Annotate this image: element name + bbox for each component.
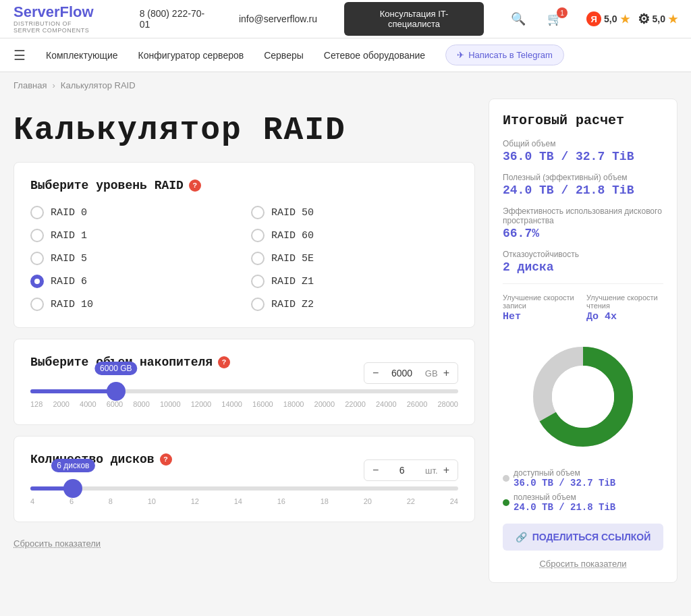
read-speed-label: Улучшение скорости чтения	[586, 293, 663, 310]
efficiency-item: Эффективность использования дискового пр…	[503, 206, 663, 240]
breadcrumb-separator: ›	[52, 80, 55, 90]
disk-count-track: 6 дисков	[30, 486, 458, 491]
ratings: Я 5,0 ★ ⚙ 5,0 ★	[586, 11, 678, 27]
logo-text: ServerFlow	[13, 4, 94, 20]
nav-servers[interactable]: Серверы	[264, 50, 304, 61]
radio-raid6[interactable]	[30, 275, 44, 288]
efficiency-value: 66.7%	[503, 227, 663, 240]
google-star: ★	[668, 13, 678, 26]
raid-option-raid10[interactable]: RAID 10	[30, 298, 238, 311]
raid-option-raidz2[interactable]: RAID Z2	[251, 298, 458, 311]
disk-count-value: 6	[384, 465, 420, 476]
disk-size-thumb[interactable]: 6000 GB	[107, 382, 126, 401]
phone-number: 8 (800) 222-70-01	[140, 8, 212, 30]
disk-size-controls: − 6000 GB + 6000 GB 128 2000 4	[30, 389, 458, 408]
share-icon: 🔗	[516, 532, 527, 542]
disk-count-input-group: − 6 шт. +	[364, 459, 458, 481]
raid-option-raid50[interactable]: RAID 50	[251, 206, 458, 219]
disk-count-card: Количество дисков ? − 6 шт. + 6 дисков	[13, 436, 475, 522]
navigation: ☰ Комплектующие Конфигуратор серверов Се…	[0, 38, 691, 72]
disk-size-input-group: − 6000 GB +	[364, 362, 458, 384]
disk-size-increment[interactable]: +	[443, 367, 449, 379]
legend-useful-val: 24.0 ТВ / 21.8 TiB	[514, 502, 615, 513]
raid-help-icon[interactable]: ?	[189, 179, 201, 192]
total-volume-value: 36.0 ТВ / 32.7 TiB	[503, 150, 663, 163]
fault-tolerance-item: Отказоустойчивость 2 диска	[503, 250, 663, 274]
share-button[interactable]: 🔗 ПОДЕЛИТЬСЯ ССЫЛКОЙ	[503, 524, 663, 551]
disk-size-track: 6000 GB	[30, 389, 458, 393]
telegram-button[interactable]: ✈ Написать в Telegram	[445, 45, 564, 65]
radio-raidz2[interactable]	[251, 298, 265, 311]
raid-level-card: Выберите уровень RAID ? RAID 0 RAID 1 R	[13, 162, 475, 328]
disk-size-thumb-label: 6000 GB	[94, 362, 137, 375]
hamburger-icon[interactable]: ☰	[13, 47, 26, 63]
breadcrumb-current: Калькулятор RAID	[61, 80, 136, 90]
raid-option-raid1[interactable]: RAID 1	[30, 229, 238, 242]
radio-raid10[interactable]	[30, 298, 44, 311]
efficiency-label: Эффективность использования дискового пр…	[503, 206, 663, 225]
search-icon[interactable]: 🔍	[511, 11, 526, 26]
breadcrumb-home[interactable]: Главная	[13, 80, 47, 90]
disk-size-help-icon[interactable]: ?	[218, 356, 230, 368]
radio-raid60[interactable]	[251, 229, 265, 242]
raid-option-raid5[interactable]: RAID 5	[30, 252, 238, 265]
read-speed-value: До 4х	[586, 311, 663, 323]
disk-count-thumb[interactable]: 6 дисков	[63, 479, 82, 498]
nav-network[interactable]: Сетевое оборудование	[324, 50, 425, 61]
disk-size-decrement[interactable]: −	[372, 367, 379, 379]
fault-tolerance-value: 2 диска	[503, 260, 663, 274]
radio-raid1[interactable]	[30, 229, 44, 242]
raid-option-raid0[interactable]: RAID 0	[30, 206, 238, 219]
cart-icon[interactable]: 🛒 1	[547, 11, 562, 26]
disk-size-slider[interactable]: 6000 GB 128 2000 4000 6000 8000 10000 12…	[30, 389, 458, 408]
disk-size-card: Выберите объем накопителя ? − 6000 GB + …	[13, 339, 475, 425]
radio-raid50[interactable]	[251, 206, 265, 219]
raid-option-raidz1[interactable]: RAID Z1	[251, 275, 458, 288]
reset-link-left[interactable]: Сбросить показатели	[13, 538, 101, 549]
radio-raid5[interactable]	[30, 252, 44, 265]
legend-total: доступный объем 36.0 ТВ / 32.7 TiB	[503, 468, 663, 488]
email-address: info@serverflow.ru	[239, 13, 317, 24]
raid-option-raid6[interactable]: RAID 6	[30, 275, 238, 288]
main-layout: Калькулятор RAID Выберите уровень RAID ?…	[0, 99, 691, 603]
disk-size-ticks: 128 2000 4000 6000 8000 10000 12000 1400…	[30, 400, 458, 408]
radio-raid5e[interactable]	[251, 252, 265, 265]
yandex-rating: Я 5,0 ★	[586, 11, 629, 26]
total-volume-label: Общий объем	[503, 139, 663, 148]
right-panel: Итоговый расчет Общий объем 36.0 ТВ / 32…	[489, 99, 678, 583]
summary-title: Итоговый расчет	[503, 113, 663, 128]
cart-badge: 1	[557, 7, 568, 18]
read-speed-item: Улучшение скорости чтения До 4х	[586, 293, 663, 323]
disk-count-slider[interactable]: 6 дисков 4 6 8 10 12 14 16 18 20 22	[30, 486, 458, 505]
useful-volume-label: Полезный (эффективный) объем	[503, 173, 663, 182]
logo-subtitle: DISTRIBUTION OF SERVER COMPONENTS	[13, 20, 94, 34]
radio-raid0[interactable]	[30, 206, 44, 219]
donut-chart	[522, 336, 644, 457]
summary-card: Итоговый расчет Общий объем 36.0 ТВ / 32…	[489, 99, 678, 583]
reset-link-summary[interactable]: Сбросить показатели	[503, 559, 663, 569]
disk-count-thumb-label: 6 дисков	[51, 459, 94, 472]
breadcrumb: Главная › Калькулятор RAID	[0, 72, 691, 99]
disk-count-ticks: 4 6 8 10 12 14 16 18 20 22 24	[30, 497, 458, 505]
speed-grid: Улучшение скорости записи Нет Улучшение …	[503, 293, 663, 323]
useful-volume-item: Полезный (эффективный) объем 24.0 ТВ / 2…	[503, 173, 663, 197]
yandex-icon: Я	[586, 11, 601, 26]
raid-option-raid60[interactable]: RAID 60	[251, 229, 458, 242]
page-title: Калькулятор RAID	[13, 112, 475, 148]
write-speed-item: Улучшение скорости записи Нет	[503, 293, 580, 323]
donut-chart-wrapper	[503, 336, 663, 457]
radio-raidz1[interactable]	[251, 275, 265, 288]
raid-option-raid5e[interactable]: RAID 5E	[251, 252, 458, 265]
consult-button[interactable]: Консультация IT-специалиста	[344, 2, 484, 36]
disk-count-increment[interactable]: +	[443, 464, 449, 476]
disk-count-controls: − 6 шт. + 6 дисков 4 6 8	[30, 486, 458, 505]
divider	[503, 283, 663, 284]
nav-configurator[interactable]: Конфигуратор серверов	[138, 50, 244, 61]
logo-flow: Flow	[60, 3, 94, 20]
disk-count-decrement[interactable]: −	[372, 464, 379, 476]
left-panel: Калькулятор RAID Выберите уровень RAID ?…	[13, 99, 475, 583]
disk-count-help-icon[interactable]: ?	[160, 453, 172, 466]
yandex-star: ★	[620, 13, 630, 26]
fault-tolerance-label: Отказоустойчивость	[503, 250, 663, 259]
nav-parts[interactable]: Комплектующие	[46, 50, 118, 61]
